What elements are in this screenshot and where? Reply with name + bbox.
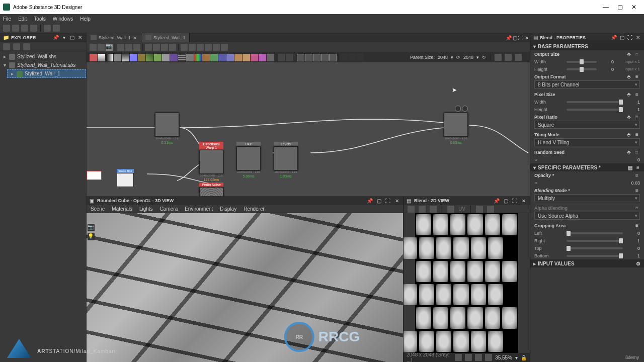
menu-lights[interactable]: Lights	[139, 206, 153, 212]
show-info-icon[interactable]	[117, 44, 124, 51]
parent-size-value[interactable]: 2048	[438, 55, 448, 60]
override-icon[interactable]: ⬘	[626, 92, 632, 98]
camera-icon[interactable]: 📷	[106, 44, 113, 51]
select-icon[interactable]	[98, 44, 105, 51]
zoom-value[interactable]: 35.55%	[495, 355, 512, 360]
view-opt3-icon[interactable]	[515, 54, 522, 61]
menu-icon[interactable]: ≡	[634, 149, 640, 155]
node-blend-output[interactable]: 2048x2048 - L16 0.63ms	[444, 113, 468, 144]
redo-icon[interactable]	[53, 25, 60, 32]
copy-icon[interactable]	[430, 206, 437, 213]
tab-close-icon[interactable]: ✕	[133, 35, 137, 41]
dot-icon[interactable]	[205, 44, 212, 51]
close-icon[interactable]: ✕	[394, 198, 400, 204]
reset-icon[interactable]: ↻	[482, 55, 486, 60]
alpha-blending-dropdown[interactable]: Use Source Alpha	[534, 212, 640, 220]
node-pin-view-icon[interactable]	[455, 106, 461, 112]
height-value[interactable]: 0	[599, 67, 614, 72]
palette-fx2[interactable]	[234, 54, 242, 61]
lock-icon[interactable]: 🔒	[521, 355, 527, 360]
menu-display[interactable]: Display	[220, 206, 236, 212]
menu-icon[interactable]: ≡	[634, 223, 640, 229]
palette-text[interactable]	[218, 54, 226, 61]
crop-top-slider[interactable]	[567, 247, 623, 249]
palette-pin[interactable]	[278, 54, 285, 61]
view-opt1-icon[interactable]	[495, 54, 502, 61]
pointer-icon[interactable]	[90, 44, 97, 51]
menu-windows[interactable]: Windows	[53, 16, 73, 22]
palette-fx5[interactable]	[259, 54, 266, 61]
maximize-button[interactable]: ▢	[613, 2, 627, 12]
menu-icon[interactable]: ≡	[634, 132, 640, 138]
width-slider[interactable]	[567, 61, 597, 63]
gear-icon[interactable]: ⚙	[635, 260, 641, 266]
zoom-icon[interactable]	[125, 44, 132, 51]
base-params-header[interactable]: ▾BASE PARAMETERS	[530, 42, 644, 50]
fit-zoom-icon[interactable]	[485, 354, 492, 361]
tab-pin-icon[interactable]: 📌	[506, 35, 512, 41]
palette-link2[interactable]	[348, 54, 356, 61]
crop-bottom-value[interactable]: 1	[625, 253, 640, 258]
close-icon[interactable]: ✕	[635, 35, 641, 41]
palette-link1[interactable]	[340, 54, 348, 61]
sync-icon[interactable]: ⟳	[456, 55, 460, 60]
menu-edit[interactable]: Edit	[18, 16, 27, 22]
override-icon[interactable]: ⬘	[626, 132, 632, 138]
uv-label[interactable]: UV	[458, 206, 465, 212]
dice-icon[interactable]: ○	[534, 157, 542, 162]
palette-warp[interactable]	[162, 54, 170, 61]
menu-environment[interactable]: Environment	[185, 206, 213, 212]
palette-tile[interactable]	[178, 54, 186, 61]
chevron-down-icon[interactable]: ▾	[515, 355, 518, 360]
node-crop-left[interactable]	[87, 171, 102, 186]
maximize-icon[interactable]: ⛶	[385, 198, 391, 204]
tile-icon[interactable]	[465, 354, 472, 361]
palette-hsl[interactable]	[138, 54, 145, 61]
override-icon[interactable]: ⬘	[626, 51, 632, 57]
menu-renderer[interactable]: Renderer	[244, 206, 265, 212]
ps-width-value[interactable]: 1	[625, 100, 640, 105]
palette-distance[interactable]	[186, 54, 194, 61]
explorer-maximize-icon[interactable]: ▢	[69, 35, 75, 41]
tree-item-file2[interactable]: ▾ Stylized_Wall_Tutorial.sbs	[0, 61, 86, 69]
override-icon[interactable]: ⬘	[626, 74, 632, 80]
pin-icon[interactable]: 📌	[367, 198, 373, 204]
popout-icon[interactable]: ▢	[503, 198, 509, 204]
tiling-dropdown[interactable]: H and V Tiling	[534, 138, 640, 146]
crop-left-value[interactable]: 0	[625, 231, 640, 236]
bg-icon[interactable]	[475, 354, 482, 361]
menu-icon[interactable]: ≡	[634, 74, 640, 80]
list-icon[interactable]: ▤	[627, 164, 633, 170]
width-value[interactable]: 0	[599, 59, 614, 64]
palette-fx3[interactable]	[243, 54, 250, 61]
menu-tools[interactable]: Tools	[34, 16, 45, 22]
close-button[interactable]: ✕	[627, 2, 641, 12]
palette-normal[interactable]	[130, 54, 137, 61]
palette-frame2[interactable]	[286, 54, 293, 61]
maximize-icon[interactable]: ⛶	[627, 35, 633, 41]
palette-fx4[interactable]	[251, 54, 258, 61]
node-tile-generator[interactable]: 2048x2048 - L16 0.31ms	[155, 113, 179, 144]
tab-graph-2[interactable]: Stylized_Wall_1	[141, 33, 190, 42]
height-slider[interactable]	[567, 68, 597, 70]
layout-icon[interactable]	[169, 44, 176, 51]
tree-item-file1[interactable]: ▸ Stylized_Wall.sbs	[0, 52, 86, 61]
tree-item-graph[interactable]: ▸ Stylized_Wall_1	[7, 69, 86, 78]
minimize-button[interactable]: —	[599, 2, 613, 12]
chevron-down-icon[interactable]: ▾	[451, 55, 453, 60]
crop-right-slider[interactable]	[567, 240, 623, 242]
seed-value[interactable]: 0	[625, 157, 640, 162]
node-levels[interactable]: Levels 2048x2048 - L16 1.03ms	[274, 142, 298, 178]
palette-uniform-color[interactable]	[90, 54, 97, 61]
palette-output2[interactable]	[305, 54, 312, 61]
palette-fx6[interactable]	[267, 54, 274, 61]
blending-mode-dropdown[interactable]: Multiply	[534, 194, 640, 202]
undo-icon[interactable]	[44, 25, 51, 32]
menu-help[interactable]: Help	[80, 16, 91, 22]
palette-gradient[interactable]	[106, 54, 113, 61]
grid-icon[interactable]	[455, 354, 462, 361]
collapse-all-icon[interactable]	[13, 43, 20, 50]
save-icon[interactable]	[419, 206, 426, 213]
palette-link3[interactable]	[356, 54, 364, 61]
value-icon[interactable]: ○	[534, 180, 542, 186]
